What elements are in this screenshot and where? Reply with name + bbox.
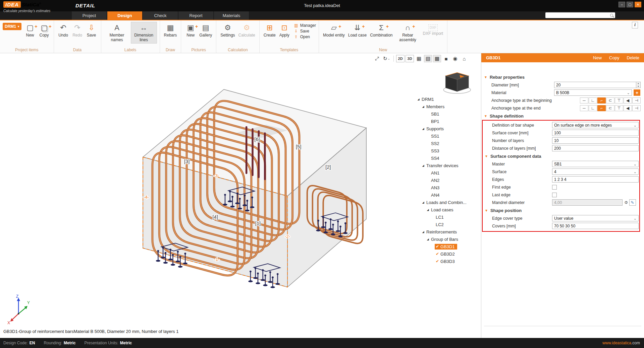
anchorage-icon-6[interactable]: ⊣ (632, 97, 641, 103)
rebars-button[interactable]: ▦Rebars (163, 22, 178, 39)
close-button[interactable]: ✕ (635, 2, 641, 7)
expander-icon[interactable]: ◢ (421, 230, 425, 233)
spinner-buttons[interactable]: ▲▼ (636, 82, 641, 88)
add-material-button[interactable]: + (634, 89, 640, 96)
tab-materials[interactable]: Materials (214, 11, 249, 20)
anchorage-icon-0[interactable]: ─ (580, 97, 588, 103)
edges-input[interactable] (552, 176, 639, 183)
load-case-button[interactable]: ⇊+Load case (347, 22, 368, 39)
checkbox-checked-icon[interactable]: ✔ (436, 244, 439, 249)
apply-button[interactable]: ⊡Apply (278, 22, 291, 39)
tree-item-transfer-devices[interactable]: ◢Transfer devices (415, 162, 481, 169)
tree-item-reinforcements[interactable]: ◢Reinforcements (415, 228, 481, 235)
tree-item-an2[interactable]: AN2 (415, 177, 481, 184)
solid-view-icon[interactable]: ■ (442, 55, 450, 62)
section-header-shape-position[interactable]: ▼Shape position (485, 206, 639, 214)
anchorage-icon-4[interactable]: ⊤ (615, 97, 623, 103)
section-header-shape-definition[interactable]: ▼Shape definition (484, 112, 641, 120)
material-select[interactable]: B 500B⌄ (554, 89, 632, 96)
tree-item-an4[interactable]: AN4 (415, 191, 481, 199)
view-2d-icon[interactable]: 2D (396, 55, 405, 62)
tree-item-loads-and-combin[interactable]: ◢Loads and Combin... (415, 199, 481, 206)
transparent-view-icon[interactable]: ▩ (433, 55, 441, 62)
bar-shape-select[interactable]: On surface edge on more edges⌄ (552, 122, 639, 128)
save-button[interactable]: ⇩Save (85, 22, 98, 39)
settings-button[interactable]: ⚙Settings (219, 22, 236, 39)
navigation-cube[interactable] (443, 73, 471, 93)
copy-button[interactable]: ▢+Copy (38, 22, 51, 39)
wireframe-view-icon[interactable]: ▦ (415, 55, 423, 62)
anchorage-icon-2[interactable]: ⌐ (597, 105, 606, 111)
checkbox-checked-icon[interactable]: ✔ (436, 252, 439, 256)
tab-design[interactable]: Design (107, 11, 142, 20)
panel-delete-button[interactable]: Delete (627, 55, 639, 60)
tree-item-gb3d2[interactable]: ✔GB3D2 (415, 250, 481, 258)
section-header-surface-component-data[interactable]: ▼Surface component data (485, 152, 639, 160)
mandrel-diameter-input[interactable] (552, 199, 623, 206)
diameter-input[interactable] (554, 82, 636, 88)
anchorage-icon-6[interactable]: ⊣ (632, 105, 641, 111)
anchorage-icon-5[interactable]: ◀ (624, 97, 632, 103)
save-small-button[interactable]: ⇩Save (294, 29, 316, 33)
model-entity-button[interactable]: ▱+Model entity (322, 22, 346, 39)
open-small-button[interactable]: ⇧Open (294, 34, 316, 39)
tree-item-load-cases[interactable]: ◢Load cases (415, 206, 481, 213)
view-3d-icon[interactable]: 3D (406, 55, 414, 62)
tree-item-sb1[interactable]: SB1 (415, 110, 481, 118)
master-select[interactable]: SB1⌄ (552, 161, 639, 167)
anchorage-icon-1[interactable]: ∟ (589, 97, 597, 103)
tree-item-ss3[interactable]: SS3 (415, 147, 481, 154)
website-link[interactable]: www.ideastatica.com (602, 341, 640, 345)
expander-icon[interactable]: ◢ (426, 208, 430, 211)
distance-of-layers-input[interactable] (552, 145, 639, 151)
zoom-fit-icon[interactable]: ⤢ (373, 55, 381, 62)
anchorage-icon-3[interactable]: ⊂ (606, 105, 614, 111)
tree-item-supports[interactable]: ◢Supports (415, 125, 481, 132)
tree-item-lc2[interactable]: LC2 (415, 221, 481, 228)
gallery-button[interactable]: ▤Gallery (198, 22, 213, 39)
anchorage-icon-2[interactable]: ⌐ (597, 97, 606, 103)
panel-copy-button[interactable]: Copy (609, 55, 619, 60)
create-button[interactable]: ⊞Create (262, 22, 277, 39)
new-button[interactable]: ▢+New (23, 22, 37, 39)
rotate-view-icon[interactable]: ↻⌄ (382, 55, 391, 62)
project-item-combo[interactable]: DRM1▾ (3, 23, 21, 30)
anchorage-icon-1[interactable]: ∟ (589, 105, 597, 111)
tree-item-members[interactable]: ◢Members (415, 103, 481, 110)
undo-button[interactable]: ↶Undo (57, 22, 70, 39)
first-edge-checkbox[interactable] (552, 185, 557, 190)
tree-item-ss2[interactable]: SS2 (415, 140, 481, 147)
search-box[interactable] (545, 12, 615, 18)
dimension-lines-button[interactable]: ↔Dimension lines (131, 22, 157, 44)
tree-item-lc1[interactable]: LC1 (415, 213, 481, 221)
edge-cover-type-select[interactable]: User value⌄ (552, 215, 639, 221)
anchorage-icon-5[interactable]: ◀ (624, 105, 632, 111)
expander-icon[interactable]: ◢ (421, 127, 425, 130)
section-header-rebar-properties[interactable]: ▼Rebar properties (484, 73, 641, 81)
tab-report[interactable]: Report (178, 11, 213, 20)
expander-icon[interactable]: ◢ (416, 98, 421, 101)
edit-mandrel-button[interactable]: ✎ (629, 199, 636, 206)
tree-item-drm1[interactable]: ◢DRM1 (415, 95, 481, 103)
tree-item-gb3d1[interactable]: ✔GB3D1 (415, 243, 481, 250)
tree-item-bp1[interactable]: BP1 (415, 118, 481, 125)
covers-input[interactable] (552, 223, 639, 229)
expander-icon[interactable]: ◢ (421, 201, 425, 204)
surface-cover-input[interactable] (552, 130, 639, 136)
maximize-button[interactable]: ▢ (627, 2, 633, 7)
tree-item-ss1[interactable]: SS1 (415, 132, 481, 140)
tree-item-an1[interactable]: AN1 (415, 169, 481, 177)
spinner-up-icon[interactable]: ▲ (636, 82, 640, 85)
minimize-button[interactable]: – (619, 2, 625, 7)
tree-item-ss4[interactable]: SS4 (415, 154, 481, 162)
last-edge-checkbox[interactable] (552, 193, 557, 197)
tab-check[interactable]: Check (143, 11, 178, 20)
tree-item-group-of-bars[interactable]: ◢Group of Bars (415, 235, 481, 243)
combination-button[interactable]: Σ+Combination (369, 22, 394, 39)
number-of-layers-input[interactable] (552, 137, 639, 144)
search-input[interactable] (547, 13, 610, 18)
spinner-down-icon[interactable]: ▼ (636, 85, 640, 88)
visibility-icon[interactable]: ◉ (451, 55, 459, 62)
anchorage-icon-3[interactable]: ⊂ (606, 97, 614, 103)
anchorage-icon-0[interactable]: ─ (580, 105, 588, 111)
